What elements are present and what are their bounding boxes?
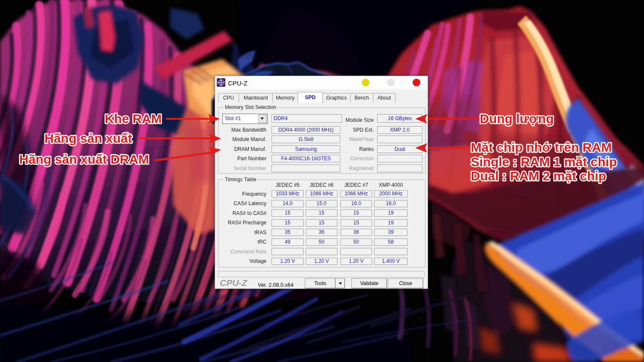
svg-text:Mặt chip nhớ trên RAM: Mặt chip nhớ trên RAM: [471, 140, 612, 154]
svg-text:Single : RAM 1 mặt chip: Single : RAM 1 mặt chip: [471, 155, 617, 169]
svg-text:Khe RAM: Khe RAM: [105, 112, 162, 126]
svg-text:Dual : RAM 2 mặt chip: Dual : RAM 2 mặt chip: [471, 169, 606, 183]
svg-text:Hãng sản xuất DRAM: Hãng sản xuất DRAM: [19, 152, 149, 166]
svg-text:Hãng sản xuất: Hãng sản xuất: [44, 131, 132, 145]
svg-text:Dung lượng: Dung lượng: [480, 112, 554, 126]
